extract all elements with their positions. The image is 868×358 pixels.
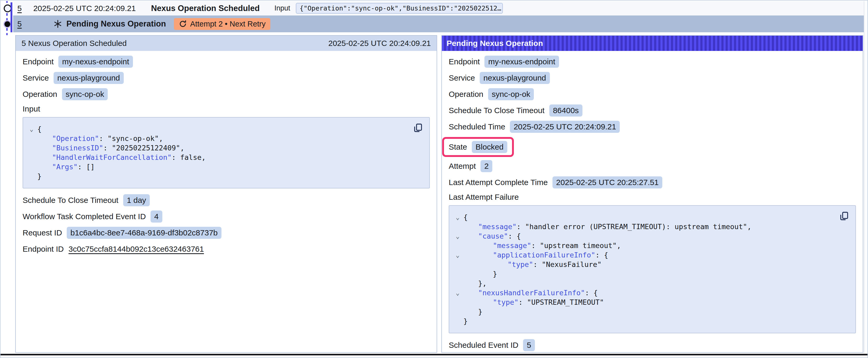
field-value-chip: 2025-02-25 UTC 20:25:27.51 [553,176,662,189]
retry-badge-label: Attempt 2 • Next Retry [190,20,266,28]
field-label: Operation [449,90,484,99]
code-line: ⌄"cause": { [452,231,847,241]
field-schedule-to-close-timeout: Schedule To Close Timeout 1 day [23,194,430,206]
collapse-chevron-icon[interactable]: ⌄ [452,231,463,241]
event-rows: 5 2025-02-25 UTC 20:24:09.21 Nexus Opera… [13,1,864,32]
code-gutter [452,298,463,307]
left-panel-title: 5 Nexus Operation Scheduled [22,39,127,48]
field-value-chip: my-nexus-endpoint [485,56,559,68]
field-endpoint: Endpoint my-nexus-endpoint [449,56,856,68]
code-line-text: { [37,124,41,134]
collapse-chevron-icon[interactable]: ⌄ [452,250,463,260]
event-input-label: Input [274,4,290,12]
event-row-scheduled[interactable]: 5 2025-02-25 UTC 20:24:09.21 Nexus Opera… [13,1,864,15]
state-highlight-box: State Blocked [442,137,514,157]
scrollbar-gutter[interactable] [864,1,867,353]
code-line-text: "applicationFailureInfo": { [463,250,608,260]
code-line-text: "type": "NexusFailure" [463,260,601,269]
code-gutter [452,260,463,269]
field-label: Attempt [449,162,476,171]
retry-status-badge: Attempt 2 • Next Retry [174,18,270,30]
code-gutter [452,317,463,326]
field-label: Workflow Task Completed Event ID [23,212,146,221]
failure-json-block: ⌄{"message": "handler error (UPSTREAM_TI… [449,205,856,333]
timeline-active-range-bar [10,2,12,32]
code-line-text: "message": "handler error (UPSTREAM_TIME… [463,222,751,231]
event-id-link[interactable]: 5 [17,4,22,13]
panel-pending-nexus-operation: Pending Nexus Operation Endpoint my-nexu… [441,35,863,353]
window-bottom-edge [1,354,867,355]
collapse-chevron-icon[interactable]: ⌄ [452,288,463,298]
field-scheduled-time: Scheduled Time 2025-02-25 UTC 20:24:09.2… [449,121,856,133]
event-row-pending-selected[interactable]: 5 Pending Nexus Operation Attempt 2 • Ne… [13,15,864,32]
code-line: ⌄{ [452,213,847,222]
code-gutter [452,279,463,288]
copy-icon [839,211,849,221]
field-label: Operation [23,90,57,99]
field-value-chip: 1 day [123,194,150,206]
last-attempt-failure-label: Last Attempt Failure [449,193,856,202]
field-label: Service [449,73,475,83]
endpoint-id-link[interactable]: 3c0c75ccfa8144b092c13ce632463761 [68,245,204,254]
field-last-attempt-complete-time: Last Attempt Complete Time 2025-02-25 UT… [449,176,856,189]
code-line-text: "cause": { [463,231,521,241]
right-panel-header: Pending Nexus Operation [442,36,863,51]
code-line: } [452,269,847,279]
field-label: Last Attempt Complete Time [449,178,548,187]
field-value-chip: my-nexus-endpoint [58,56,133,68]
code-gutter [452,222,463,231]
timeline-dashed-line [6,1,8,4]
field-value-chip: b1c6a4bc-8ee7-468a-9169-df3b02c8737b [67,227,221,239]
field-label: Scheduled Event ID [449,341,518,350]
code-line-text: }, [463,279,487,288]
event-input-preview: {"Operation":"sync-op-ok","BusinessID":"… [296,3,503,14]
code-line-text: "Args": [] [37,162,95,172]
field-value-chip: nexus-playground [54,72,124,84]
right-panel-body: Endpoint my-nexus-endpoint Service nexus… [442,51,863,353]
code-gutter [26,143,37,153]
field-label: State [449,142,467,152]
field-value-chip: sync-op-ok [62,88,108,100]
field-service: Service nexus-playground [449,72,856,84]
code-line-text: } [463,269,497,279]
state-value-chip: Blocked [472,141,507,153]
code-line-text: "Operation": "sync-op-ok", [37,134,163,143]
code-line: } [452,317,847,326]
left-panel-timestamp: 2025-02-25 UTC 20:24:09.21 [329,39,431,48]
code-line-text: } [463,317,468,326]
field-label: Endpoint [449,57,480,66]
code-line-text: "HandlerWaitForCancellation": false, [37,153,206,162]
left-panel-body: Endpoint my-nexus-endpoint Service nexus… [16,51,437,255]
code-line: "BusinessID": "20250225122409", [26,143,422,153]
field-value-chip: sync-op-ok [488,88,534,100]
copy-button[interactable] [413,123,423,133]
code-line: ⌄"nexusHandlerFailureInfo": { [452,288,847,298]
field-label: Schedule To Close Timeout [23,196,119,205]
field-endpoint: Endpoint my-nexus-endpoint [23,56,430,68]
field-workflow-task-completed-event-id: Workflow Task Completed Event ID 4 [23,210,430,223]
event-timestamp: 2025-02-25 UTC 20:24:09.21 [33,4,136,13]
collapse-chevron-icon[interactable]: ⌄ [452,213,463,222]
code-line-text: "BusinessID": "20250225122409", [37,143,184,153]
code-gutter [26,134,37,143]
code-line-text: { [463,213,468,222]
field-label: Scheduled Time [449,122,505,131]
field-attempt: Attempt 2 [449,160,856,172]
code-line: "message": "handler error (UPSTREAM_TIME… [452,222,847,231]
timeline-current-node-icon [4,21,10,27]
code-line: } [26,172,422,181]
field-value-chip: 2025-02-25 UTC 20:24:09.21 [510,121,620,133]
field-label: Schedule To Close Timeout [449,106,545,115]
field-service: Service nexus-playground [23,72,430,84]
code-gutter [452,269,463,279]
copy-button[interactable] [839,211,849,221]
right-panel-title: Pending Nexus Operation [446,39,543,48]
event-id-link[interactable]: 5 [17,20,22,28]
event-name: Pending Nexus Operation [66,19,166,29]
code-line-text: "message": "upstream timeout", [463,241,621,250]
event-name: Nexus Operation Scheduled [151,4,259,13]
field-scheduled-event-id: Scheduled Event ID 5 [449,339,856,351]
collapse-chevron-icon[interactable]: ⌄ [26,124,37,134]
code-gutter [452,241,463,250]
code-line: "HandlerWaitForCancellation": false, [26,153,422,162]
